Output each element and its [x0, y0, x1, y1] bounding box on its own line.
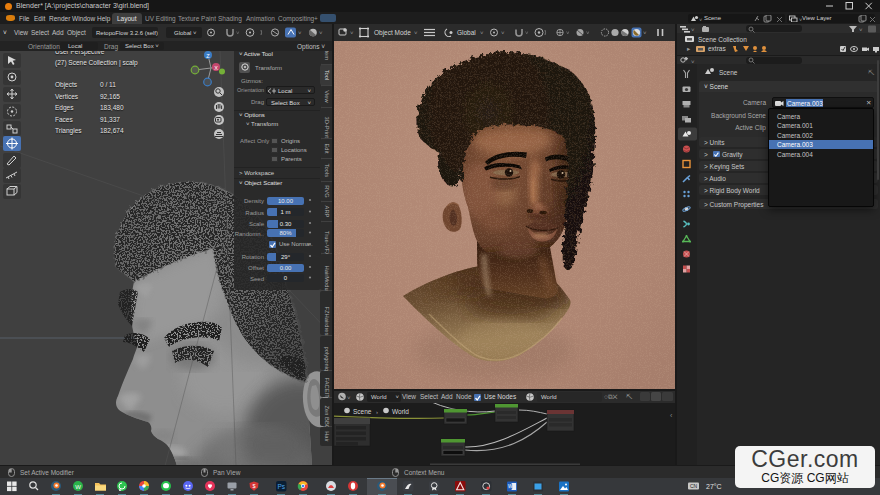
svg-text:Scene: Scene — [353, 408, 372, 415]
svg-text:˅: ˅ — [350, 30, 354, 36]
svg-text:World: World — [392, 408, 409, 415]
svg-text:˅: ˅ — [414, 30, 418, 36]
svg-text:‹: ‹ — [670, 412, 673, 419]
svg-text:˅: ˅ — [319, 30, 323, 36]
svg-text:˅: ˅ — [586, 30, 590, 36]
svg-text:$: $ — [252, 483, 255, 489]
svg-text:˅: ˅ — [691, 58, 695, 64]
svg-text:˅: ˅ — [236, 30, 240, 36]
svg-text:˅: ˅ — [643, 30, 647, 36]
svg-text:˅: ˅ — [525, 30, 529, 36]
svg-text:27°C: 27°C — [706, 483, 722, 490]
svg-text:›: › — [376, 409, 378, 415]
svg-text:˅: ˅ — [480, 30, 484, 36]
svg-text:˅: ˅ — [347, 395, 351, 401]
svg-text:˅: ˅ — [298, 30, 302, 36]
svg-text:˅: ˅ — [501, 30, 505, 36]
svg-text:Ps: Ps — [277, 483, 285, 490]
svg-text:Global: Global — [457, 29, 476, 36]
svg-text:CN: CN — [690, 483, 698, 489]
svg-text:Object Mode: Object Mode — [374, 29, 411, 37]
svg-text:X: X — [214, 65, 218, 71]
svg-text:˅: ˅ — [566, 30, 570, 36]
svg-text:W: W — [75, 484, 81, 490]
svg-text:˅: ˅ — [699, 17, 702, 23]
svg-text:˅: ˅ — [799, 17, 802, 23]
